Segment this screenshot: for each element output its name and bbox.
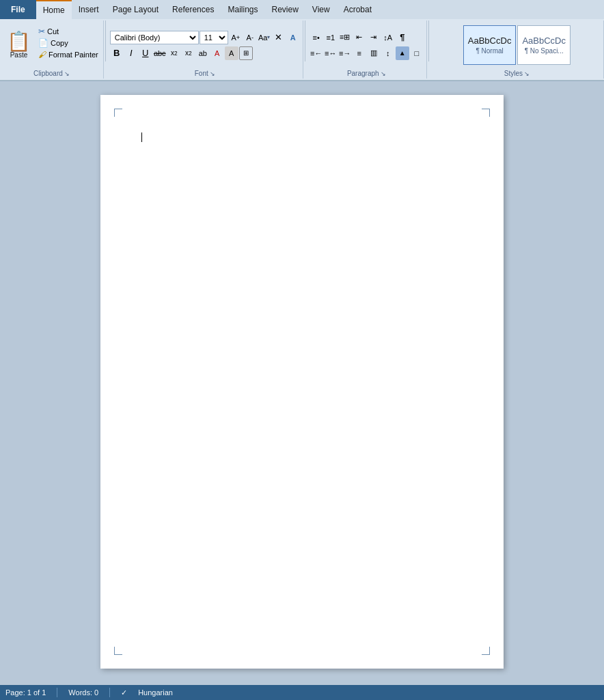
borders-button[interactable]: ⊞	[239, 46, 253, 60]
align-left-button[interactable]: ≡←	[310, 46, 323, 60]
cut-icon: ✂	[38, 27, 45, 36]
sort-button[interactable]: ↕A	[381, 31, 395, 44]
font-size-select[interactable]: 11	[200, 31, 228, 44]
divider-1	[105, 20, 106, 61]
divider-3	[428, 20, 429, 61]
tab-references[interactable]: References	[165, 0, 221, 19]
font-color-button[interactable]: A	[210, 46, 224, 60]
cut-button[interactable]: ✂ Cut	[36, 26, 100, 37]
justify-button[interactable]: ≡	[353, 46, 366, 60]
corner-br	[482, 647, 490, 655]
style-nospace-label: ¶ No Spaci...	[525, 47, 564, 55]
style-nospace-preview: AaBbCcDc	[522, 36, 566, 46]
decrease-indent-button[interactable]: ⇤	[353, 31, 366, 44]
text-highlight-button[interactable]: ab	[196, 46, 210, 60]
tab-acrobat[interactable]: Acrobat	[337, 0, 379, 19]
underline-button[interactable]: U	[139, 46, 152, 60]
numbered-list-button[interactable]: ≡1	[324, 31, 338, 44]
format-painter-icon: 🖌	[38, 50, 46, 59]
tab-review[interactable]: Review	[264, 0, 305, 19]
copy-icon: 📄	[38, 38, 49, 48]
font-name-select[interactable]: Calibri (Body)	[110, 31, 199, 44]
styles-expand-icon[interactable]: ↘	[524, 70, 530, 77]
proofing-icon[interactable]: ✓	[121, 688, 127, 697]
clipboard-label: Clipboard	[33, 70, 63, 77]
text-effects-button[interactable]: A	[286, 31, 300, 44]
multilevel-list-button[interactable]: ≡⊞	[338, 31, 352, 44]
font-shrink-button[interactable]: A-	[243, 31, 257, 44]
para-borders-button[interactable]: □	[410, 46, 424, 60]
change-case-button[interactable]: Aa▾	[258, 31, 271, 44]
paragraph-expand-icon[interactable]: ↘	[381, 70, 386, 77]
file-tab[interactable]: File	[0, 0, 36, 19]
clipboard-group: 📋 Paste ✂ Cut 📄 Copy 🖌 Format Painter	[0, 20, 104, 79]
style-normal-preview: AaBbCcDc	[468, 36, 512, 46]
paragraph-group: ≡• ≡1 ≡⊞ ⇤ ⇥ ↕A ¶ ≡← ≡↔ ≡→ ≡ ▥ ↕ ▲ □	[307, 20, 427, 79]
word-count: Words: 0	[68, 688, 98, 697]
tab-view[interactable]: View	[305, 0, 337, 19]
italic-button[interactable]: I	[124, 46, 138, 60]
clear-format-button[interactable]: ✕	[272, 31, 286, 44]
superscript-button[interactable]: x2	[182, 46, 195, 60]
format-painter-button[interactable]: 🖌 Format Painter	[36, 49, 100, 60]
page-count: Page: 1 of 1	[5, 688, 46, 697]
align-center-button[interactable]: ≡↔	[324, 46, 338, 60]
style-normal[interactable]: AaBbCcDc ¶ Normal	[463, 25, 517, 65]
text-cursor	[141, 132, 142, 142]
corner-tr	[482, 109, 490, 117]
paste-icon: 📋	[7, 32, 31, 51]
bullet-list-button[interactable]: ≡•	[310, 31, 323, 44]
show-hide-button[interactable]: ¶	[396, 31, 409, 44]
status-bar: Page: 1 of 1 Words: 0 ✓ Hungarian	[0, 685, 604, 699]
increase-indent-button[interactable]: ⇥	[367, 31, 381, 44]
strikethrough-button[interactable]: abc	[153, 46, 167, 60]
divider-2	[305, 20, 305, 61]
font-expand-icon[interactable]: ↘	[210, 70, 215, 77]
shading-button[interactable]: ▲	[396, 46, 409, 60]
corner-bl	[114, 647, 122, 655]
tab-insert[interactable]: Insert	[72, 0, 106, 19]
styles-label: Styles	[504, 70, 523, 77]
font-grow-button[interactable]: A+	[229, 31, 243, 44]
style-normal-label: ¶ Normal	[476, 47, 503, 55]
styles-group: AaBbCcDc ¶ Normal AaBbCcDc ¶ No Spaci...…	[430, 20, 604, 79]
tab-page-layout[interactable]: Page Layout	[106, 0, 165, 19]
subscript-button[interactable]: x2	[167, 46, 181, 60]
columns-button[interactable]: ▥	[367, 46, 381, 60]
font-group: Calibri (Body) 11 A+ A- Aa▾ ✕ A B I U ab…	[107, 20, 303, 79]
character-shading-button[interactable]: A	[225, 46, 238, 60]
status-divider-1	[57, 688, 57, 697]
align-right-button[interactable]: ≡→	[338, 46, 352, 60]
status-divider-2	[109, 688, 110, 697]
line-spacing-button[interactable]: ↕	[381, 46, 395, 60]
tab-mailings[interactable]: Mailings	[221, 0, 264, 19]
copy-button[interactable]: 📄 Copy	[36, 38, 100, 48]
clipboard-expand-icon[interactable]: ↘	[64, 70, 70, 77]
language[interactable]: Hungarian	[138, 688, 173, 697]
font-label: Font	[195, 70, 208, 77]
document-page[interactable]	[100, 95, 504, 669]
style-no-spacing[interactable]: AaBbCcDc ¶ No Spaci...	[517, 25, 571, 65]
tab-home[interactable]: Home	[36, 0, 72, 19]
document-area[interactable]	[0, 81, 604, 699]
paste-label: Paste	[10, 51, 28, 59]
paste-button[interactable]: 📋 Paste	[3, 22, 35, 68]
paragraph-label: Paragraph	[347, 70, 379, 77]
bold-button[interactable]: B	[110, 46, 124, 60]
corner-tl	[114, 109, 122, 117]
